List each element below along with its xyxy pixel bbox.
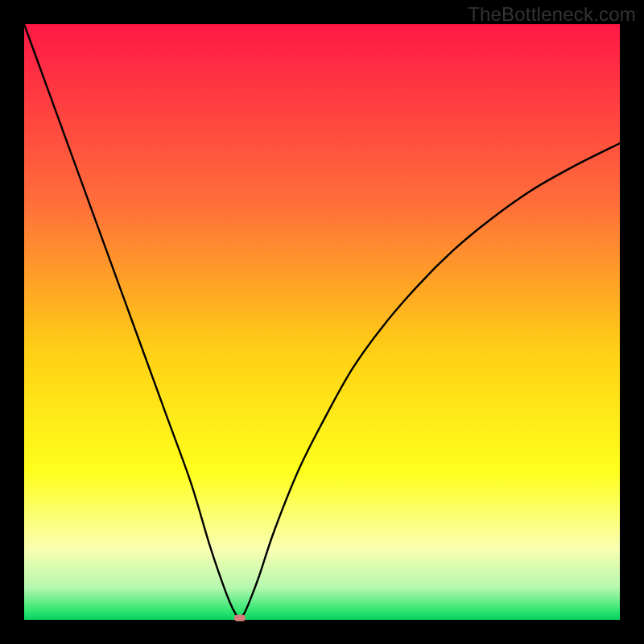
plot-area	[24, 24, 620, 620]
chart-frame: TheBottleneck.com	[0, 0, 644, 644]
bottleneck-chart	[0, 0, 644, 644]
watermark-text: TheBottleneck.com	[468, 3, 636, 26]
optimal-point-marker	[234, 615, 246, 621]
